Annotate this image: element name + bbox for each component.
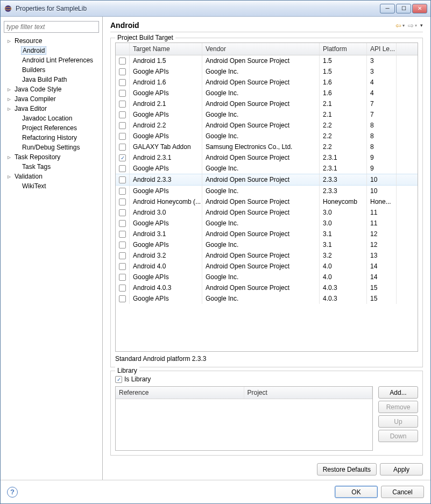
tree-item[interactable]: ▹Task Repository [4,152,99,162]
target-checkbox[interactable] [119,133,126,140]
table-row[interactable]: Android 3.0Android Open Source Project3.… [116,207,418,218]
table-row[interactable]: Android 2.3.3Android Open Source Project… [116,174,418,186]
tree-item[interactable]: Java Build Path [4,75,99,84]
target-checkbox[interactable] [119,231,126,238]
maximize-button[interactable]: ☐ [396,4,411,13]
table-row[interactable]: Google APIsGoogle Inc.4.014 [116,272,418,282]
tree-item[interactable]: ▹Java Compiler [4,94,99,104]
tree-indent [13,76,20,83]
table-row[interactable]: Android 3.2Android Open Source Project3.… [116,250,418,261]
cancel-button[interactable]: Cancel [381,486,424,498]
build-target-table[interactable]: Target Name Vendor Platform API Le... An… [115,42,418,352]
cell-api: 14 [367,272,397,282]
col-platform[interactable]: Platform [320,43,367,55]
cell-target-name: Google APIs [130,272,202,282]
target-checkbox[interactable] [119,274,126,281]
target-checkbox[interactable] [119,101,126,108]
forward-icon[interactable]: ⇨▾ [408,22,417,30]
target-checkbox[interactable] [119,68,126,75]
svg-point-0 [5,5,11,12]
col-target[interactable]: Target Name [130,43,202,55]
tree-item[interactable]: Task Tags [4,162,99,172]
back-icon[interactable]: ⇦▾ [395,22,405,30]
table-row[interactable]: Android 2.1Android Open Source Project2.… [116,98,418,109]
library-table[interactable]: Reference Project [115,386,373,451]
tree-item[interactable]: ▹Java Code Style [4,84,99,94]
table-row[interactable]: Android 3.1Android Open Source Project3.… [116,229,418,239]
cell-api: 12 [367,239,397,250]
remove-button[interactable]: Remove [378,401,418,413]
tree-item[interactable]: Project References [4,123,99,133]
target-checkbox[interactable] [119,144,126,151]
target-checkbox[interactable] [119,79,126,86]
filter-input[interactable] [4,21,99,33]
cell-vendor: Android Open Source Project [202,174,320,185]
cell-vendor: Google Inc. [202,293,320,304]
dialog-button-bar: ? OK Cancel [1,480,430,503]
target-checkbox[interactable] [119,220,126,227]
table-row[interactable]: Android Honeycomb (...Android Open Sourc… [116,196,418,207]
tree-item[interactable]: ▹Resource [4,36,99,46]
category-tree[interactable]: ▹ResourceAndroidAndroid Lint Preferences… [4,36,99,475]
down-button[interactable]: Down [378,430,418,442]
tree-item[interactable]: Builders [4,65,99,75]
cell-api: 8 [367,131,397,141]
minimize-button[interactable]: ─ [380,4,395,13]
target-checkbox[interactable] [119,263,126,270]
table-row[interactable]: ✓Android 2.3.1Android Open Source Projec… [116,152,418,163]
table-row[interactable]: Android 1.6Android Open Source Project1.… [116,77,418,88]
tree-item[interactable]: WikiText [4,181,99,191]
table-row[interactable]: Google APIsGoogle Inc.1.53 [116,66,418,77]
tree-item[interactable]: ▹Validation [4,172,99,181]
menu-icon[interactable]: ▾ [420,22,423,30]
cell-vendor: Android Open Source Project [202,77,320,88]
target-checkbox[interactable]: ✓ [119,154,126,161]
target-checkbox[interactable] [119,252,126,259]
col-api[interactable]: API Le... [367,43,397,55]
table-row[interactable]: Google APIsGoogle Inc.1.64 [116,88,418,98]
table-row[interactable]: Android 2.2Android Open Source Project2.… [116,120,418,131]
apply-button[interactable]: Apply [380,463,423,475]
table-row[interactable]: Android 4.0Android Open Source Project4.… [116,261,418,272]
up-button[interactable]: Up [378,415,418,428]
table-row[interactable]: Google APIsGoogle Inc.2.3.19 [116,163,418,174]
ok-button[interactable]: OK [335,486,378,498]
tree-item[interactable]: ▹Java Editor [4,104,99,113]
add-button[interactable]: Add... [378,386,418,399]
titlebar[interactable]: Properties for SampleLib ─ ☐ ✕ [1,1,430,17]
target-checkbox[interactable] [119,165,126,172]
target-checkbox[interactable] [119,58,126,65]
is-library-checkbox[interactable]: ✓ [115,376,122,383]
table-row[interactable]: Google APIsGoogle Inc.3.011 [116,218,418,229]
target-checkbox[interactable] [119,188,126,195]
col-project[interactable]: Project [244,387,373,399]
table-row[interactable]: Android 1.5Android Open Source Project1.… [116,55,418,66]
target-checkbox[interactable] [119,285,126,292]
tree-item[interactable]: Javadoc Location [4,113,99,123]
tree-item[interactable]: Run/Debug Settings [4,143,99,152]
target-checkbox[interactable] [119,122,126,129]
table-row[interactable]: Google APIsGoogle Inc.2.3.310 [116,186,418,196]
table-row[interactable]: GALAXY Tab AddonSamsung Electronics Co.,… [116,141,418,152]
tree-item[interactable]: Refactoring History [4,133,99,143]
cell-target-name: Google APIs [130,218,202,229]
target-checkbox[interactable] [119,111,126,118]
table-row[interactable]: Google APIsGoogle Inc.2.28 [116,131,418,141]
tree-item[interactable]: Android Lint Preferences [4,55,99,65]
table-row[interactable]: Google APIsGoogle Inc.2.17 [116,109,418,120]
help-icon[interactable]: ? [7,487,18,498]
col-vendor[interactable]: Vendor [202,43,320,55]
target-checkbox[interactable] [119,209,126,216]
tree-item[interactable]: Android [4,46,99,55]
table-row[interactable]: Google APIsGoogle Inc.4.0.315 [116,293,418,304]
table-row[interactable]: Android 4.0.3Android Open Source Project… [116,282,418,293]
target-checkbox[interactable] [119,90,126,97]
target-checkbox[interactable] [119,295,126,302]
table-row[interactable]: Google APIsGoogle Inc.3.112 [116,239,418,250]
target-checkbox[interactable] [119,198,126,205]
close-button[interactable]: ✕ [412,4,427,13]
target-checkbox[interactable] [119,176,126,183]
col-reference[interactable]: Reference [116,387,244,399]
target-checkbox[interactable] [119,242,126,249]
restore-defaults-button[interactable]: Restore Defaults [317,463,377,475]
